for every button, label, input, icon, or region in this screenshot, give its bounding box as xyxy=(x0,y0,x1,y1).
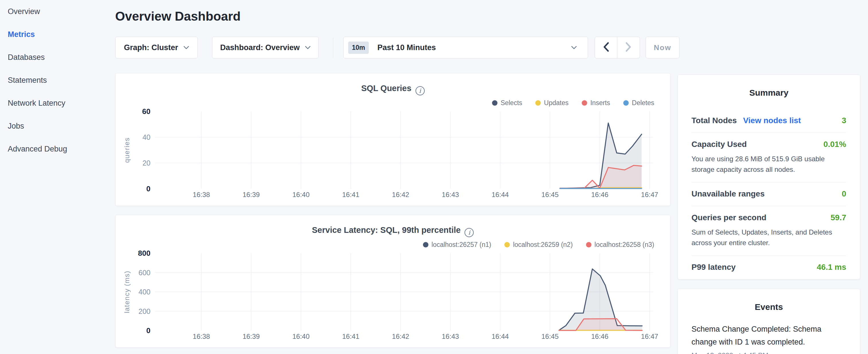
legend-dot-icon xyxy=(623,100,629,106)
y-axis-tick-label: 0 xyxy=(147,185,150,193)
events-title: Events xyxy=(691,302,846,312)
sidebar-item-network-latency[interactable]: Network Latency xyxy=(8,92,105,115)
y-axis-tick-label: 200 xyxy=(138,307,150,315)
legend-label: localhost:26257 (n1) xyxy=(432,241,491,249)
sidebar: OverviewMetricsDatabasesStatementsNetwor… xyxy=(8,0,105,160)
sidebar-item-metrics[interactable]: Metrics xyxy=(8,23,105,46)
x-axis-tick-label: 16:41 xyxy=(342,191,359,198)
summary-value: 3 xyxy=(842,116,846,125)
legend-item-inserts[interactable]: Inserts xyxy=(582,99,610,107)
summary-value: 0 xyxy=(842,189,846,198)
y-axis-tick-label: 0 xyxy=(147,326,150,335)
summary-value: 0.01% xyxy=(824,140,846,149)
legend-label: Updates xyxy=(544,99,568,107)
summary-label: Total Nodes xyxy=(691,116,737,125)
x-axis-tick-label: 16:46 xyxy=(591,191,608,198)
legend-item-localhost-26258-n3-[interactable]: localhost:26258 (n3) xyxy=(586,241,654,249)
x-axis-tick-label: 16:44 xyxy=(492,191,509,198)
chart-title: Service Latency: SQL, 99th percentilei xyxy=(116,225,670,237)
dashboard-selector-label: Dashboard: Overview xyxy=(220,43,300,52)
chevron-down-icon xyxy=(571,46,577,49)
summary-row-queries-per-second: Queries per second59.7Sum of Selects, Up… xyxy=(691,206,846,256)
summary-label: Unavailable ranges xyxy=(691,189,765,198)
legend-item-localhost-26257-n1-[interactable]: localhost:26257 (n1) xyxy=(423,241,491,249)
x-axis-tick-label: 16:40 xyxy=(292,191,309,198)
dashboard-selector-dropdown[interactable]: Dashboard: Overview xyxy=(212,37,319,58)
legend-item-updates[interactable]: Updates xyxy=(535,99,568,107)
now-button[interactable]: Now xyxy=(646,37,679,58)
x-axis-tick-label: 16:41 xyxy=(342,332,359,340)
x-axis-tick-label: 16:43 xyxy=(442,191,459,198)
x-axis-tick-label: 16:39 xyxy=(242,191,260,198)
legend-label: Inserts xyxy=(590,99,610,107)
chart-legend: SelectsUpdatesInsertsDeletes xyxy=(492,99,654,107)
legend-label: localhost:26258 (n3) xyxy=(595,241,654,249)
x-axis-tick-label: 16:47 xyxy=(641,332,658,340)
summary-label: P99 latency xyxy=(691,263,736,272)
page-title: Overview Dashboard xyxy=(115,9,241,24)
summary-row-capacity-used: Capacity Used0.01%You are using 28.6 MiB… xyxy=(691,133,846,183)
legend-label: Selects xyxy=(501,99,522,107)
events-panel: Events Schema Change Completed: Schema c… xyxy=(677,289,860,354)
sql-queries-plot[interactable]: 020406016:3816:3916:4016:4116:4216:4316:… xyxy=(116,108,671,206)
summary-label: Capacity Used xyxy=(691,140,747,149)
legend-dot-icon xyxy=(586,242,591,248)
y-axis-unit-label: latency (ms) xyxy=(123,271,131,313)
time-nav-group xyxy=(595,37,640,58)
x-axis-tick-label: 16:38 xyxy=(193,332,210,340)
x-axis-tick-label: 16:40 xyxy=(292,332,309,340)
chevron-down-icon xyxy=(305,46,311,49)
summary-row-p99-latency: P99 latency46.1 ms xyxy=(691,256,846,279)
y-axis-tick-label: 600 xyxy=(138,269,150,277)
chevron-down-icon xyxy=(183,46,189,49)
legend-label: localhost:26259 (n2) xyxy=(513,241,572,249)
sidebar-item-advanced-debug[interactable]: Advanced Debug xyxy=(8,137,105,160)
summary-value: 46.1 ms xyxy=(817,263,846,272)
x-axis-tick-label: 16:42 xyxy=(392,332,409,340)
summary-panel: Summary Total NodesView nodes list3Capac… xyxy=(677,74,860,280)
y-axis-tick-label: 400 xyxy=(138,288,150,296)
summary-row-total-nodes: Total NodesView nodes list3 xyxy=(691,109,846,133)
y-axis-tick-label: 800 xyxy=(138,250,150,257)
legend-dot-icon xyxy=(582,100,587,106)
time-back-button[interactable] xyxy=(595,37,617,58)
x-axis-tick-label: 16:43 xyxy=(442,332,459,340)
chevron-right-icon xyxy=(625,42,631,53)
y-axis-tick-label: 40 xyxy=(143,133,150,141)
service-latency-plot[interactable]: 020040060080016:3816:3916:4016:4116:4216… xyxy=(116,250,671,348)
chart-legend: localhost:26257 (n1)localhost:26259 (n2)… xyxy=(423,241,654,249)
summary-row-unavailable-ranges: Unavailable ranges0 xyxy=(691,183,846,206)
time-forward-button[interactable] xyxy=(617,37,640,58)
sidebar-item-statements[interactable]: Statements xyxy=(8,69,105,92)
x-axis-tick-label: 16:45 xyxy=(541,191,559,198)
graph-selector-dropdown[interactable]: Graph: Cluster xyxy=(115,37,198,58)
time-range-badge: 10m xyxy=(348,41,369,54)
x-axis-tick-label: 16:44 xyxy=(492,332,509,340)
legend-dot-icon xyxy=(535,100,541,106)
sidebar-item-overview[interactable]: Overview xyxy=(8,0,105,23)
info-icon[interactable]: i xyxy=(465,228,474,237)
y-axis-tick-label: 60 xyxy=(142,108,150,116)
sidebar-item-jobs[interactable]: Jobs xyxy=(8,115,105,137)
legend-item-selects[interactable]: Selects xyxy=(492,99,522,107)
toolbar-divider xyxy=(333,37,333,58)
view-nodes-list-link[interactable]: View nodes list xyxy=(743,116,801,125)
graph-selector-label: Graph: Cluster xyxy=(124,43,178,52)
chart-title: SQL Queriesi xyxy=(116,84,670,95)
x-axis-tick-label: 16:38 xyxy=(193,191,210,198)
service-latency-chart-card: Service Latency: SQL, 99th percentilei l… xyxy=(115,215,671,348)
sql-queries-chart-card: SQL Queriesi SelectsUpdatesInsertsDelete… xyxy=(115,73,671,206)
legend-item-deletes[interactable]: Deletes xyxy=(623,99,654,107)
summary-description: Sum of Selects, Updates, Inserts, and De… xyxy=(691,227,846,248)
legend-label: Deletes xyxy=(632,99,654,107)
y-axis-tick-label: 20 xyxy=(143,159,150,167)
legend-dot-icon xyxy=(504,242,510,248)
info-icon[interactable]: i xyxy=(415,86,425,95)
time-range-dropdown[interactable]: 10m Past 10 Minutes xyxy=(343,37,588,58)
legend-dot-icon xyxy=(423,242,428,248)
toolbar: Graph: Cluster Dashboard: Overview 10m P… xyxy=(115,37,688,58)
sidebar-item-databases[interactable]: Databases xyxy=(8,46,105,69)
event-message[interactable]: Schema Change Completed: Schema change w… xyxy=(691,323,846,349)
legend-item-localhost-26259-n2-[interactable]: localhost:26259 (n2) xyxy=(504,241,572,249)
summary-label: Queries per second xyxy=(691,213,766,222)
